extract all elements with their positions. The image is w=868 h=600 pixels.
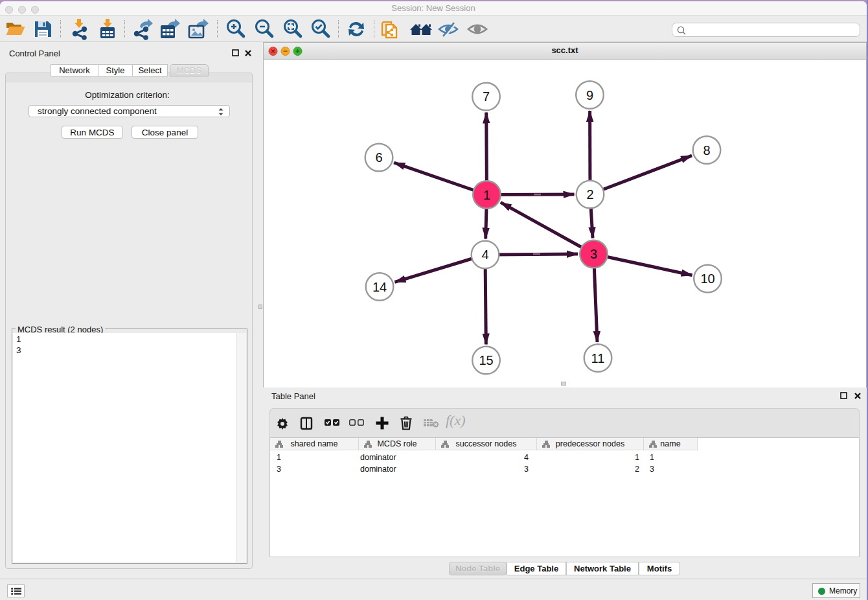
svg-text:2: 2	[586, 187, 593, 202]
svg-text:9: 9	[586, 88, 593, 102]
svg-text:11: 11	[591, 351, 605, 365]
svg-text:15: 15	[479, 353, 493, 367]
svg-text:14: 14	[372, 280, 387, 294]
svg-text:3: 3	[590, 247, 597, 261]
svg-text:8: 8	[703, 143, 710, 157]
svg-text:7: 7	[483, 89, 490, 104]
svg-text:6: 6	[375, 150, 382, 165]
svg-text:4: 4	[481, 248, 488, 262]
svg-text:10: 10	[700, 271, 714, 286]
svg-text:1: 1	[483, 188, 490, 202]
